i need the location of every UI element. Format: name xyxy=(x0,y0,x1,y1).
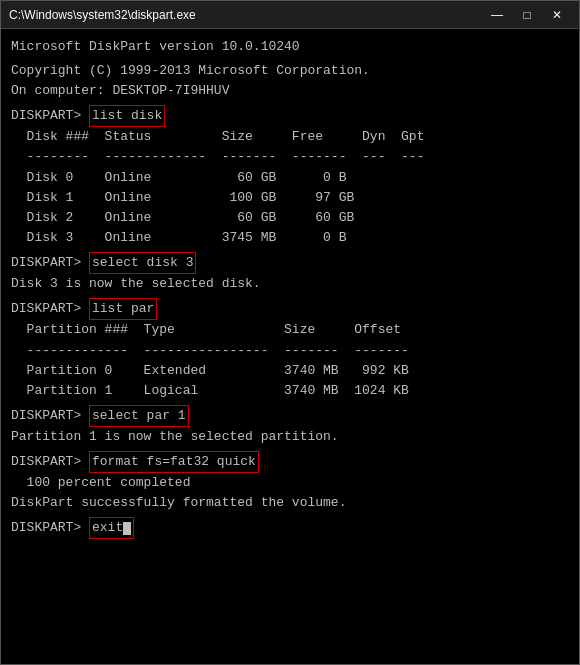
select-disk-result: Disk 3 is now the selected disk. xyxy=(11,274,569,294)
par-row-1: Partition 1 Logical 3740 MB 1024 KB xyxy=(11,381,569,401)
prompt-4: DISKPART> xyxy=(11,406,89,426)
par-sep: ------------- ---------------- ------- -… xyxy=(11,341,569,361)
prompt-3: DISKPART> xyxy=(11,299,89,319)
disk-header: Disk ### Status Size Free Dyn Gpt xyxy=(11,127,569,147)
disk-row-2: Disk 2 Online 60 GB 60 GB xyxy=(11,208,569,228)
cmd1-line: DISKPART> list disk xyxy=(11,105,569,127)
computer-text: On computer: DESKTOP-7I9HHUV xyxy=(11,81,229,101)
disk-row-3: Disk 3 Online 3745 MB 0 B xyxy=(11,228,569,248)
par-row-0-text: Partition 0 Extended 3740 MB 992 KB xyxy=(11,361,409,381)
copyright-line: Copyright (C) 1999-2013 Microsoft Corpor… xyxy=(11,61,569,81)
format-result-text: 100 percent completed xyxy=(11,473,190,493)
disk-row-1-text: Disk 1 Online 100 GB 97 GB xyxy=(11,188,354,208)
version-line: Microsoft DiskPart version 10.0.10240 xyxy=(11,37,569,57)
disk-table-sep: -------- ------------- ------- ------- -… xyxy=(11,147,424,167)
par-row-0: Partition 0 Extended 3740 MB 992 KB xyxy=(11,361,569,381)
par-row-1-text: Partition 1 Logical 3740 MB 1024 KB xyxy=(11,381,409,401)
cmd4-command: select par 1 xyxy=(89,405,189,427)
disk-row-3-text: Disk 3 Online 3745 MB 0 B xyxy=(11,228,346,248)
select-par-text: Partition 1 is now the selected partitio… xyxy=(11,427,339,447)
window-controls: — □ ✕ xyxy=(483,5,571,25)
cmd3-command: list par xyxy=(89,298,157,320)
cmd2-line: DISKPART> select disk 3 xyxy=(11,252,569,274)
format-success: DiskPart successfully formatted the volu… xyxy=(11,493,569,513)
par-header: Partition ### Type Size Offset xyxy=(11,320,569,340)
cmd5-line: DISKPART> format fs=fat32 quick xyxy=(11,451,569,473)
cmd3-line: DISKPART> list par xyxy=(11,298,569,320)
maximize-button[interactable]: □ xyxy=(513,5,541,25)
prompt-5: DISKPART> xyxy=(11,452,89,472)
prompt-1: DISKPART> xyxy=(11,106,89,126)
cmd-window: C:\Windows\system32\diskpart.exe — □ ✕ M… xyxy=(0,0,580,665)
prompt-2: DISKPART> xyxy=(11,253,89,273)
disk-row-0-text: Disk 0 Online 60 GB 0 B xyxy=(11,168,346,188)
version-text: Microsoft DiskPart version 10.0.10240 xyxy=(11,37,300,57)
cursor xyxy=(123,522,131,535)
cmd6-command: exit xyxy=(89,517,134,539)
copyright-text: Copyright (C) 1999-2013 Microsoft Corpor… xyxy=(11,61,370,81)
par-table-sep: ------------- ---------------- ------- -… xyxy=(11,341,409,361)
cmd5-command: format fs=fat32 quick xyxy=(89,451,259,473)
close-button[interactable]: ✕ xyxy=(543,5,571,25)
format-result: 100 percent completed xyxy=(11,473,569,493)
minimize-button[interactable]: — xyxy=(483,5,511,25)
cmd4-line: DISKPART> select par 1 xyxy=(11,405,569,427)
console-output: Microsoft DiskPart version 10.0.10240 Co… xyxy=(1,29,579,664)
select-disk-text: Disk 3 is now the selected disk. xyxy=(11,274,261,294)
disk-row-2-text: Disk 2 Online 60 GB 60 GB xyxy=(11,208,354,228)
disk-row-0: Disk 0 Online 60 GB 0 B xyxy=(11,168,569,188)
computer-line: On computer: DESKTOP-7I9HHUV xyxy=(11,81,569,101)
disk-sep: -------- ------------- ------- ------- -… xyxy=(11,147,569,167)
format-success-text: DiskPart successfully formatted the volu… xyxy=(11,493,346,513)
disk-row-1: Disk 1 Online 100 GB 97 GB xyxy=(11,188,569,208)
title-bar: C:\Windows\system32\diskpart.exe — □ ✕ xyxy=(1,1,579,29)
disk-table-header: Disk ### Status Size Free Dyn Gpt xyxy=(11,127,424,147)
prompt-6: DISKPART> xyxy=(11,518,89,538)
select-par-result: Partition 1 is now the selected partitio… xyxy=(11,427,569,447)
cmd1-command: list disk xyxy=(89,105,165,127)
window-title: C:\Windows\system32\diskpart.exe xyxy=(9,8,196,22)
par-table-header: Partition ### Type Size Offset xyxy=(11,320,401,340)
cmd6-line: DISKPART> exit xyxy=(11,517,569,539)
cmd2-command: select disk 3 xyxy=(89,252,196,274)
